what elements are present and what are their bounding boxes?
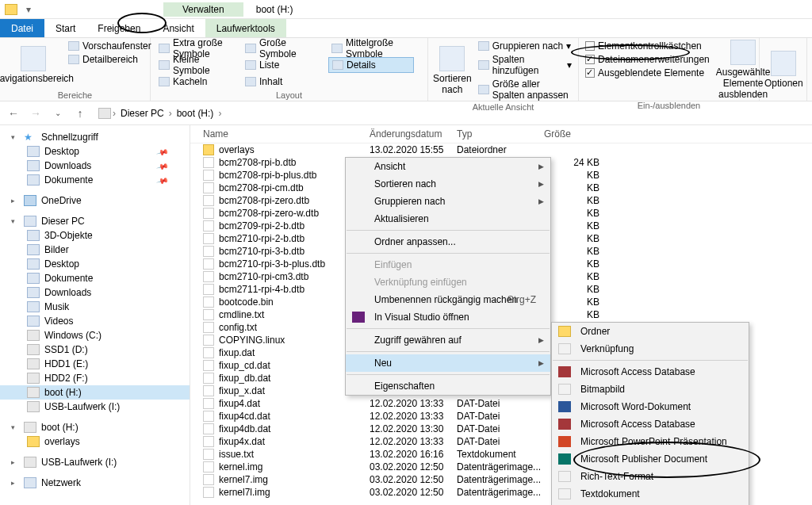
sidebar-music[interactable]: Musik bbox=[0, 300, 190, 314]
sidebar-downloads[interactable]: Downloads📌 bbox=[0, 159, 190, 173]
col-type[interactable]: Typ bbox=[457, 128, 544, 140]
sidebar-thispc[interactable]: ▾Dieser PC bbox=[0, 214, 190, 228]
sort-by-button[interactable]: Sortieren nach bbox=[433, 40, 472, 101]
folder-icon bbox=[3, 2, 19, 17]
sidebar-quickaccess[interactable]: ▾★Schnellzugriff bbox=[0, 130, 190, 144]
layout-tiles[interactable]: Kacheln bbox=[155, 74, 241, 90]
sidebar-desktop2[interactable]: Desktop bbox=[0, 257, 190, 271]
access-icon bbox=[558, 366, 571, 377]
tab-view[interactable]: Ansicht bbox=[151, 19, 205, 37]
tab-drivetools[interactable]: Laufwerktools bbox=[205, 19, 286, 37]
chevron-right-icon: ▶ bbox=[538, 163, 544, 170]
powerpoint-icon bbox=[558, 436, 571, 447]
layout-content[interactable]: Inhalt bbox=[242, 74, 327, 90]
pin-icon: 📌 bbox=[156, 145, 169, 158]
tab-share[interactable]: Freigeben bbox=[86, 19, 151, 37]
new-word[interactable]: Microsoft Word-Dokument bbox=[552, 398, 749, 415]
file-list: Name Änderungsdatum Typ Größe overlays13… bbox=[190, 125, 812, 505]
size-all-columns-button[interactable]: Größe aller Spalten anpassen bbox=[477, 78, 573, 101]
chevron-right-icon: ▶ bbox=[538, 180, 544, 188]
sidebar-documents[interactable]: Dokumente📌 bbox=[0, 173, 190, 187]
add-columns-button[interactable]: Spalten hinzufügen ▾ bbox=[477, 53, 573, 77]
text-icon bbox=[558, 488, 571, 499]
group-label-options bbox=[764, 99, 802, 101]
sidebar-hdd1[interactable]: HDD1 (E:) bbox=[0, 357, 190, 371]
tab-file[interactable]: Datei bbox=[0, 19, 44, 37]
checkbox-item-checkboxes[interactable]: Elementkontrollkästchen bbox=[584, 40, 711, 52]
crumb-boot[interactable]: boot (H:) bbox=[174, 106, 217, 121]
navigation-pane-button[interactable]: Navigationsbereich bbox=[5, 40, 62, 90]
forward-button[interactable]: → bbox=[27, 105, 44, 122]
qat-dropdown-icon[interactable]: ▾ bbox=[21, 2, 36, 17]
sidebar-winc[interactable]: Windows (C:) bbox=[0, 328, 190, 342]
options-button[interactable]: Optionen bbox=[764, 40, 803, 99]
sidebar-usbi-root[interactable]: ▸USB-Laufwerk (I:) bbox=[0, 455, 190, 469]
window-title: boot (H:) bbox=[256, 4, 293, 15]
chevron-right-icon[interactable]: › bbox=[218, 108, 221, 119]
sidebar-booth-root[interactable]: ▾boot (H:) bbox=[0, 420, 190, 434]
preview-pane-button[interactable]: Vorschaufenster bbox=[67, 40, 153, 52]
ctx-customize[interactable]: Ordner anpassen... bbox=[346, 233, 550, 251]
ctx-refresh[interactable]: Aktualisieren bbox=[346, 210, 550, 228]
new-access[interactable]: Microsoft Access Database bbox=[552, 363, 749, 381]
ctx-view[interactable]: Ansicht▶ bbox=[346, 158, 550, 175]
visualstudio-icon bbox=[352, 312, 365, 323]
sidebar-hdd2[interactable]: HDD2 (F:) bbox=[0, 371, 190, 385]
bitmap-icon bbox=[558, 384, 571, 395]
ctx-give-access[interactable]: Zugriff gewähren auf▶ bbox=[346, 331, 550, 349]
new-access2[interactable]: Microsoft Access Database bbox=[552, 415, 749, 433]
crumb-thispc[interactable]: Dieser PC bbox=[117, 106, 167, 121]
ctx-sort[interactable]: Sortieren nach▶ bbox=[346, 175, 550, 193]
folder-icon bbox=[558, 326, 571, 337]
tab-start[interactable]: Start bbox=[44, 19, 86, 37]
layout-md[interactable]: Mittelgroße Symbole bbox=[328, 40, 414, 56]
group-label-layout: Layout bbox=[155, 90, 423, 101]
chevron-right-icon[interactable]: › bbox=[169, 108, 172, 119]
new-publisher[interactable]: Microsoft Publisher Document bbox=[552, 450, 749, 468]
sidebar-overlays[interactable]: overlays bbox=[0, 434, 190, 449]
back-button[interactable]: ← bbox=[5, 105, 22, 122]
sidebar-pictures[interactable]: Bilder bbox=[0, 243, 190, 257]
ctx-group[interactable]: Gruppieren nach▶ bbox=[346, 193, 550, 210]
new-bitmap[interactable]: Bitmapbild bbox=[552, 381, 749, 398]
sidebar-booth[interactable]: boot (H:) bbox=[0, 385, 190, 400]
ctx-paste: Einfügen bbox=[346, 256, 550, 274]
new-shortcut[interactable]: Verknüpfung bbox=[552, 340, 749, 358]
file-row[interactable]: overlays13.02.2020 15:55Dateiordner bbox=[190, 143, 812, 156]
details-pane-button[interactable]: Detailbereich bbox=[67, 53, 153, 66]
recent-dropdown[interactable]: ⌄ bbox=[49, 105, 67, 122]
sidebar-3dobjects[interactable]: 3D-Objekte bbox=[0, 228, 190, 243]
sidebar-desktop[interactable]: Desktop📌 bbox=[0, 144, 190, 159]
sidebar-network[interactable]: ▸Netzwerk bbox=[0, 476, 190, 490]
layout-lg[interactable]: Große Symbole bbox=[242, 40, 327, 56]
ctx-properties[interactable]: Eigenschaften bbox=[346, 377, 550, 395]
pin-icon: 📌 bbox=[156, 159, 169, 172]
group-by-button[interactable]: Gruppieren nach ▾ bbox=[477, 40, 573, 52]
layout-details[interactable]: Details bbox=[328, 57, 414, 73]
ctx-undo[interactable]: Umbenennen rückgängig machenStrg+Z bbox=[346, 291, 550, 308]
sidebar-downloads2[interactable]: Downloads bbox=[0, 285, 190, 300]
new-folder[interactable]: Ordner bbox=[552, 323, 749, 340]
ctx-open-vs[interactable]: In Visual Studio öffnen bbox=[346, 308, 550, 326]
ctx-new[interactable]: Neu▶ bbox=[346, 354, 550, 372]
sidebar-usbi[interactable]: USB-Laufwerk (I:) bbox=[0, 400, 190, 414]
new-rtf[interactable]: Rich-Text-Format bbox=[552, 468, 749, 485]
sidebar: ▾★Schnellzugriff Desktop📌 Downloads📌 Dok… bbox=[0, 125, 190, 505]
col-name[interactable]: Name bbox=[203, 128, 370, 140]
sidebar-videos[interactable]: Videos bbox=[0, 314, 190, 328]
sidebar-documents2[interactable]: Dokumente bbox=[0, 271, 190, 285]
checkbox-filename-extensions[interactable]: Dateinamenerweiterungen bbox=[584, 53, 711, 66]
manage-contextual-tab[interactable]: Verwalten bbox=[163, 2, 243, 17]
checkbox-hidden-items[interactable]: Ausgeblendete Elemente bbox=[584, 67, 711, 79]
new-pptx[interactable]: Microsoft PowerPoint-Präsentation bbox=[552, 433, 749, 450]
sidebar-onedrive[interactable]: ▸OneDrive bbox=[0, 193, 190, 208]
layout-list[interactable]: Liste bbox=[242, 57, 327, 73]
drive-icon bbox=[98, 108, 111, 119]
up-button[interactable]: ↑ bbox=[71, 105, 89, 122]
col-date[interactable]: Änderungsdatum bbox=[370, 128, 457, 140]
sidebar-ssd1[interactable]: SSD1 (D:) bbox=[0, 342, 190, 357]
chevron-right-icon[interactable]: › bbox=[113, 108, 116, 119]
layout-sm[interactable]: Kleine Symbole bbox=[155, 57, 241, 73]
col-size[interactable]: Größe bbox=[544, 128, 599, 140]
new-txt[interactable]: Textdokument bbox=[552, 485, 749, 503]
